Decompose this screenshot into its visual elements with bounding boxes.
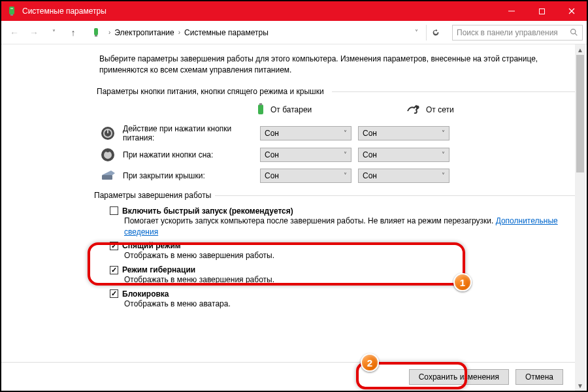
scroll-track[interactable]	[575, 55, 585, 380]
chevron-down-icon: ˅	[442, 129, 445, 137]
opt-desc: Отображать в меню завершения работы.	[124, 274, 568, 286]
breadcrumb-item[interactable]: Системные параметры	[184, 28, 269, 37]
window-title: Системные параметры	[22, 7, 497, 16]
chevron-right-icon: ›	[178, 29, 180, 36]
opt-title: Режим гибернации	[122, 265, 195, 274]
titlebar: Системные параметры	[1, 1, 587, 21]
chevron-down-icon: ˅	[442, 151, 445, 158]
battery-column: От батареи	[256, 103, 354, 118]
svg-rect-8	[95, 35, 97, 37]
breadcrumb[interactable]: › Электропитание › Системные параметры ˅	[84, 25, 447, 41]
search-placeholder: Поиск в панели управления	[457, 28, 558, 37]
svg-rect-2	[10, 8, 13, 9]
chevron-right-icon: ›	[108, 29, 110, 36]
navbar: ← → ˅ ↑ › Электропитание › Системные пар…	[1, 21, 587, 44]
sleep-checkbox[interactable]: ✓	[110, 242, 118, 250]
search-icon	[570, 28, 578, 37]
hibernate-checkbox[interactable]: ✓	[110, 266, 118, 274]
footer: Сохранить изменения Отмена	[1, 362, 575, 391]
lid-icon	[99, 167, 116, 184]
row-label: Действие при нажатии кнопки питания:	[123, 124, 253, 142]
chevron-down-icon: ˅	[344, 129, 347, 137]
recent-locations-button[interactable]: ˅	[44, 24, 63, 42]
row-label: При закрытии крышки:	[123, 171, 253, 180]
chevron-down-icon: ˅	[442, 172, 445, 179]
svg-line-10	[575, 33, 577, 35]
sleep-ac-select[interactable]: Сон˅	[358, 148, 449, 162]
opt-desc: Помогает ускорить запуск компьютера посл…	[124, 216, 568, 238]
breadcrumb-item[interactable]: Электропитание	[114, 28, 174, 37]
cancel-button[interactable]: Отмена	[515, 369, 563, 385]
plug-icon	[406, 105, 421, 116]
section-shutdown: Параметры завершения работы	[94, 191, 568, 200]
svg-rect-7	[94, 28, 98, 35]
row-sleep-button: При нажатии кнопки сна: Сон˅ Сон˅	[99, 146, 568, 163]
row-lid-close: При закрытии крышки: Сон˅ Сон˅	[99, 167, 568, 184]
ac-column: От сети	[406, 105, 504, 116]
save-button[interactable]: Сохранить изменения	[409, 369, 509, 385]
opt-desc: Отображать в меню завершения работы.	[124, 250, 568, 261]
close-button[interactable]	[557, 1, 587, 21]
sleep-icon	[99, 146, 116, 163]
up-button[interactable]: ↑	[64, 24, 82, 42]
svg-point-13	[416, 105, 419, 108]
svg-point-9	[571, 29, 576, 34]
opt-sleep: ✓ Спящий режим Отображать в меню заверше…	[110, 241, 568, 261]
opt-desc: Отображать в меню аватара.	[124, 299, 568, 310]
fast-startup-checkbox[interactable]	[110, 206, 118, 215]
section-power-buttons: Параметры кнопки питания, кнопки спящего…	[97, 87, 568, 96]
opt-fast-startup: Включить быстрый запуск (рекомендуется) …	[110, 206, 568, 238]
breadcrumb-dropdown[interactable]: ˅	[415, 29, 418, 36]
svg-rect-18	[102, 175, 112, 180]
back-button[interactable]: ←	[5, 24, 24, 42]
intro-text: Выберите параметры завершения работы для…	[99, 54, 544, 76]
opt-title: Включить быстрый запуск (рекомендуется)	[122, 206, 293, 216]
forward-button[interactable]: →	[25, 24, 43, 42]
window-controls	[497, 1, 587, 21]
vertical-scrollbar[interactable]: ▲ ▼	[575, 44, 585, 391]
lock-checkbox[interactable]: ✓	[110, 289, 118, 298]
power-icon	[99, 125, 116, 142]
refresh-button[interactable]	[426, 25, 444, 41]
opt-title: Блокировка	[122, 289, 169, 299]
scroll-thumb[interactable]	[576, 55, 584, 172]
opt-hibernate: ✓ Режим гибернации Отображать в меню зав…	[110, 265, 568, 286]
chevron-down-icon: ˅	[344, 172, 347, 179]
opt-lock: ✓ Блокировка Отображать в меню аватара.	[110, 289, 568, 310]
svg-rect-12	[259, 103, 262, 105]
svg-rect-0	[9, 7, 14, 14]
battery-label: От батареи	[270, 105, 312, 114]
svg-rect-11	[258, 105, 263, 114]
app-icon	[7, 6, 17, 16]
maximize-button[interactable]	[527, 1, 557, 21]
column-headers: От батареи От сети	[256, 103, 568, 118]
ac-label: От сети	[426, 105, 454, 114]
row-power-button: Действие при нажатии кнопки питания: Сон…	[99, 124, 568, 142]
lid-ac-select[interactable]: Сон˅	[358, 169, 449, 183]
lid-battery-select[interactable]: Сон˅	[260, 169, 351, 183]
row-label: При нажатии кнопки сна:	[123, 150, 253, 159]
shutdown-section: Параметры завершения работы Включить быс…	[97, 191, 568, 310]
chevron-down-icon: ˅	[344, 151, 347, 158]
scroll-down-arrow[interactable]: ▼	[575, 380, 585, 391]
power-ac-select[interactable]: Сон˅	[358, 126, 449, 140]
opt-title: Спящий режим	[122, 241, 181, 250]
power-battery-select[interactable]: Сон˅	[260, 126, 351, 140]
battery-icon	[256, 103, 265, 118]
content-pane: Выберите параметры завершения работы для…	[1, 44, 587, 391]
scroll-up-arrow[interactable]: ▲	[575, 44, 585, 55]
search-input[interactable]: Поиск в панели управления	[452, 25, 583, 41]
sleep-battery-select[interactable]: Сон˅	[260, 148, 351, 162]
svg-rect-4	[539, 8, 544, 14]
svg-rect-1	[10, 14, 13, 16]
minimize-button[interactable]	[497, 1, 527, 21]
power-plan-icon	[90, 27, 102, 39]
